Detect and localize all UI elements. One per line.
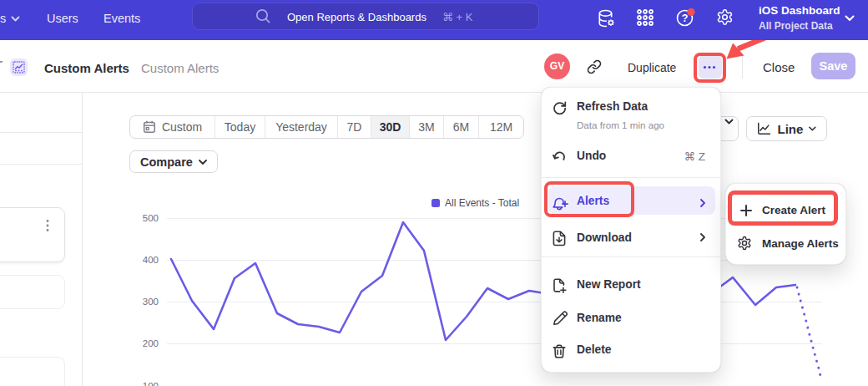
svg-text:?: ? [682, 13, 689, 24]
